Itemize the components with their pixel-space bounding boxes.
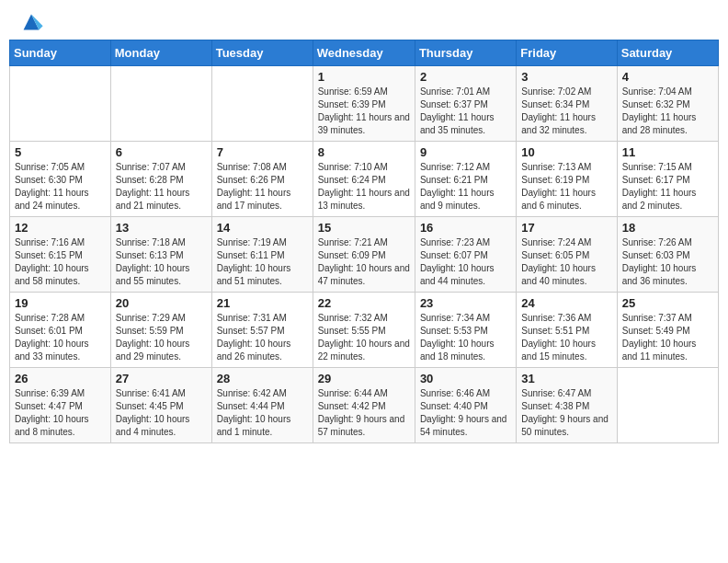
day-info: Sunrise: 7:32 AM Sunset: 5:55 PM Dayligh…	[318, 312, 410, 363]
calendar-week-row: 26Sunrise: 6:39 AM Sunset: 4:47 PM Dayli…	[10, 368, 719, 443]
day-info: Sunrise: 7:01 AM Sunset: 6:37 PM Dayligh…	[420, 86, 511, 137]
day-info: Sunrise: 6:46 AM Sunset: 4:40 PM Dayligh…	[420, 387, 511, 439]
day-number: 9	[420, 145, 511, 159]
calendar-day-cell	[10, 66, 111, 142]
calendar-day-cell: 27Sunrise: 6:41 AM Sunset: 4:45 PM Dayli…	[110, 368, 211, 443]
calendar-day-cell: 18Sunrise: 7:26 AM Sunset: 6:03 PM Dayli…	[617, 217, 718, 293]
day-number: 10	[521, 145, 611, 159]
day-info: Sunrise: 6:42 AM Sunset: 4:44 PM Dayligh…	[217, 387, 308, 439]
calendar-day-cell	[617, 368, 718, 443]
page-header	[0, 0, 728, 40]
day-info: Sunrise: 7:07 AM Sunset: 6:28 PM Dayligh…	[116, 161, 207, 213]
day-number: 24	[521, 296, 611, 310]
day-number: 21	[217, 296, 308, 310]
calendar-day-cell: 3Sunrise: 7:02 AM Sunset: 6:34 PM Daylig…	[517, 66, 617, 142]
day-number: 8	[318, 145, 410, 159]
day-number: 16	[420, 221, 511, 235]
calendar-day-cell: 31Sunrise: 6:47 AM Sunset: 4:38 PM Dayli…	[517, 368, 617, 443]
day-info: Sunrise: 7:29 AM Sunset: 5:59 PM Dayligh…	[116, 312, 207, 363]
calendar-day-cell: 17Sunrise: 7:24 AM Sunset: 6:05 PM Dayli…	[517, 217, 617, 293]
day-info: Sunrise: 7:34 AM Sunset: 5:53 PM Dayligh…	[420, 312, 511, 363]
calendar-day-cell	[211, 66, 313, 142]
calendar-day-cell: 16Sunrise: 7:23 AM Sunset: 6:07 PM Dayli…	[415, 217, 516, 293]
day-info: Sunrise: 7:16 AM Sunset: 6:15 PM Dayligh…	[15, 236, 106, 288]
day-number: 3	[521, 70, 611, 84]
day-of-week-header: Thursday	[415, 40, 516, 66]
calendar-header: SundayMondayTuesdayWednesdayThursdayFrid…	[10, 40, 719, 66]
calendar-day-cell: 29Sunrise: 6:44 AM Sunset: 4:42 PM Dayli…	[313, 368, 415, 443]
day-number: 31	[521, 372, 611, 385]
day-number: 29	[318, 372, 410, 385]
day-info: Sunrise: 7:23 AM Sunset: 6:07 PM Dayligh…	[420, 236, 511, 288]
calendar-day-cell: 25Sunrise: 7:37 AM Sunset: 5:49 PM Dayli…	[617, 293, 718, 368]
day-info: Sunrise: 7:08 AM Sunset: 6:26 PM Dayligh…	[217, 161, 308, 213]
calendar-table: SundayMondayTuesdayWednesdayThursdayFrid…	[9, 40, 719, 443]
days-of-week-row: SundayMondayTuesdayWednesdayThursdayFrid…	[10, 40, 719, 66]
day-info: Sunrise: 7:13 AM Sunset: 6:19 PM Dayligh…	[521, 161, 611, 213]
calendar-day-cell: 12Sunrise: 7:16 AM Sunset: 6:15 PM Dayli…	[10, 217, 111, 293]
day-info: Sunrise: 7:10 AM Sunset: 6:24 PM Dayligh…	[318, 161, 410, 213]
calendar-day-cell: 26Sunrise: 6:39 AM Sunset: 4:47 PM Dayli…	[10, 368, 111, 443]
calendar-week-row: 1Sunrise: 6:59 AM Sunset: 6:39 PM Daylig…	[10, 66, 719, 142]
day-number: 11	[622, 145, 713, 159]
calendar-day-cell: 7Sunrise: 7:08 AM Sunset: 6:26 PM Daylig…	[211, 142, 313, 217]
calendar-day-cell: 11Sunrise: 7:15 AM Sunset: 6:17 PM Dayli…	[617, 142, 718, 217]
day-number: 7	[217, 145, 308, 159]
day-number: 23	[420, 296, 511, 310]
day-of-week-header: Saturday	[617, 40, 718, 66]
calendar-day-cell	[110, 66, 211, 142]
day-info: Sunrise: 7:28 AM Sunset: 6:01 PM Dayligh…	[15, 312, 106, 363]
calendar-day-cell: 1Sunrise: 6:59 AM Sunset: 6:39 PM Daylig…	[313, 66, 415, 142]
day-number: 15	[318, 221, 410, 235]
calendar-day-cell: 15Sunrise: 7:21 AM Sunset: 6:09 PM Dayli…	[313, 217, 415, 293]
day-info: Sunrise: 6:39 AM Sunset: 4:47 PM Dayligh…	[15, 387, 106, 439]
calendar-day-cell: 23Sunrise: 7:34 AM Sunset: 5:53 PM Dayli…	[415, 293, 516, 368]
day-number: 5	[15, 145, 106, 159]
day-info: Sunrise: 7:12 AM Sunset: 6:21 PM Dayligh…	[420, 161, 511, 213]
day-info: Sunrise: 6:44 AM Sunset: 4:42 PM Dayligh…	[318, 387, 410, 439]
day-info: Sunrise: 7:02 AM Sunset: 6:34 PM Dayligh…	[521, 86, 611, 137]
day-number: 12	[15, 221, 106, 235]
day-of-week-header: Sunday	[10, 40, 111, 66]
calendar-day-cell: 24Sunrise: 7:36 AM Sunset: 5:51 PM Dayli…	[517, 293, 617, 368]
day-info: Sunrise: 7:19 AM Sunset: 6:11 PM Dayligh…	[217, 236, 308, 288]
day-info: Sunrise: 7:21 AM Sunset: 6:09 PM Dayligh…	[318, 236, 410, 288]
day-info: Sunrise: 7:37 AM Sunset: 5:49 PM Dayligh…	[622, 312, 713, 363]
calendar-day-cell: 19Sunrise: 7:28 AM Sunset: 6:01 PM Dayli…	[10, 293, 111, 368]
calendar-day-cell: 10Sunrise: 7:13 AM Sunset: 6:19 PM Dayli…	[517, 142, 617, 217]
day-of-week-header: Friday	[517, 40, 617, 66]
day-number: 4	[622, 70, 713, 84]
calendar-wrapper: SundayMondayTuesdayWednesdayThursdayFrid…	[0, 40, 728, 453]
calendar-day-cell: 30Sunrise: 6:46 AM Sunset: 4:40 PM Dayli…	[415, 368, 516, 443]
day-info: Sunrise: 7:04 AM Sunset: 6:32 PM Dayligh…	[622, 86, 713, 137]
day-info: Sunrise: 6:47 AM Sunset: 4:38 PM Dayligh…	[521, 387, 611, 439]
day-of-week-header: Monday	[110, 40, 211, 66]
day-info: Sunrise: 6:59 AM Sunset: 6:39 PM Dayligh…	[318, 86, 410, 137]
calendar-day-cell: 20Sunrise: 7:29 AM Sunset: 5:59 PM Dayli…	[110, 293, 211, 368]
day-number: 14	[217, 221, 308, 235]
day-info: Sunrise: 7:18 AM Sunset: 6:13 PM Dayligh…	[116, 236, 207, 288]
day-number: 20	[116, 296, 207, 310]
day-number: 22	[318, 296, 410, 310]
day-number: 1	[318, 70, 410, 84]
calendar-week-row: 5Sunrise: 7:05 AM Sunset: 6:30 PM Daylig…	[10, 142, 719, 217]
calendar-day-cell: 14Sunrise: 7:19 AM Sunset: 6:11 PM Dayli…	[211, 217, 313, 293]
day-of-week-header: Wednesday	[313, 40, 415, 66]
day-info: Sunrise: 7:36 AM Sunset: 5:51 PM Dayligh…	[521, 312, 611, 363]
calendar-day-cell: 21Sunrise: 7:31 AM Sunset: 5:57 PM Dayli…	[211, 293, 313, 368]
day-info: Sunrise: 7:31 AM Sunset: 5:57 PM Dayligh…	[217, 312, 308, 363]
day-number: 19	[15, 296, 106, 310]
calendar-day-cell: 22Sunrise: 7:32 AM Sunset: 5:55 PM Dayli…	[313, 293, 415, 368]
calendar-body: 1Sunrise: 6:59 AM Sunset: 6:39 PM Daylig…	[10, 66, 719, 443]
day-number: 25	[622, 296, 713, 310]
day-info: Sunrise: 7:26 AM Sunset: 6:03 PM Dayligh…	[622, 236, 713, 288]
day-number: 30	[420, 372, 511, 385]
logo-icon	[18, 9, 44, 35]
calendar-day-cell: 6Sunrise: 7:07 AM Sunset: 6:28 PM Daylig…	[110, 142, 211, 217]
day-info: Sunrise: 6:41 AM Sunset: 4:45 PM Dayligh…	[116, 387, 207, 439]
calendar-day-cell: 5Sunrise: 7:05 AM Sunset: 6:30 PM Daylig…	[10, 142, 111, 217]
logo	[18, 9, 48, 35]
calendar-day-cell: 28Sunrise: 6:42 AM Sunset: 4:44 PM Dayli…	[211, 368, 313, 443]
day-info: Sunrise: 7:05 AM Sunset: 6:30 PM Dayligh…	[15, 161, 106, 213]
day-number: 13	[116, 221, 207, 235]
